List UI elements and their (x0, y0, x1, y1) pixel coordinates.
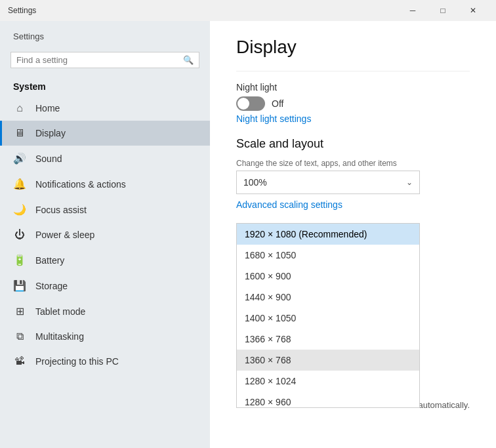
sidebar: Settings 🔍 System ⌂ Home 🖥 Display 🔊 Sou… (0, 21, 210, 448)
sidebar-item-display[interactable]: 🖥 Display (0, 121, 210, 146)
scale-dropdown-wrapper: 100% ⌄ (236, 171, 470, 194)
scale-layout-heading: Scale and layout (236, 137, 470, 151)
sidebar-item-label-notifications: Notifications & actions (35, 179, 126, 190)
content-area: Display Night light Off Night light sett… (210, 21, 496, 448)
scale-selected-value: 100% (243, 177, 267, 188)
sidebar-items-container: ⌂ Home 🖥 Display 🔊 Sound 🔔 Notifications… (0, 96, 210, 374)
sidebar-item-focus[interactable]: 🌙 Focus assist (0, 197, 210, 222)
search-icon: 🔍 (183, 55, 194, 65)
resolution-option-4[interactable]: 1400 × 1050 (237, 308, 419, 329)
battery-icon: 🔋 (13, 254, 26, 266)
resolution-option-8[interactable]: 1280 × 960 (237, 392, 419, 407)
sound-icon: 🔊 (13, 152, 26, 165)
sidebar-item-label-multitasking: Multitasking (35, 331, 84, 342)
sidebar-item-multitasking[interactable]: ⧉ Multitasking (0, 324, 210, 349)
resolution-option-7[interactable]: 1280 × 1024 (237, 371, 419, 392)
night-light-toggle[interactable] (236, 96, 265, 111)
resolution-option-2[interactable]: 1600 × 900 (237, 266, 419, 287)
resolution-options-container: 1920 × 1080 (Recommended)1680 × 10501600… (237, 224, 419, 407)
sidebar-item-battery[interactable]: 🔋 Battery (0, 247, 210, 273)
minimize-button[interactable]: ─ (398, 0, 428, 21)
notifications-icon: 🔔 (13, 178, 26, 190)
advanced-scaling-link[interactable]: Advanced scaling settings (236, 199, 342, 210)
resolution-option-0[interactable]: 1920 × 1080 (Recommended) (237, 224, 419, 245)
titlebar-title: Settings (8, 6, 36, 15)
toggle-state-label: Off (272, 98, 283, 109)
resolution-list-scroll[interactable]: 1920 × 1080 (Recommended)1680 × 10501600… (237, 224, 419, 407)
scale-dropdown[interactable]: 100% ⌄ (236, 171, 420, 194)
sidebar-item-home[interactable]: ⌂ Home (0, 96, 210, 121)
app-body: Settings 🔍 System ⌂ Home 🖥 Display 🔊 Sou… (0, 21, 496, 448)
sidebar-item-sound[interactable]: 🔊 Sound (0, 146, 210, 171)
search-input[interactable] (16, 55, 183, 65)
resolution-option-1[interactable]: 1680 × 1050 (237, 245, 419, 266)
sidebar-item-label-tablet: Tablet mode (35, 306, 85, 317)
sidebar-item-label-storage: Storage (35, 281, 68, 291)
search-box[interactable]: 🔍 (10, 52, 199, 68)
projecting-icon: 📽 (13, 356, 26, 367)
sidebar-item-label-home: Home (35, 103, 60, 113)
tablet-icon: ⊞ (13, 305, 26, 317)
sidebar-item-label-projecting: Projecting to this PC (35, 356, 119, 367)
toggle-knob (238, 98, 249, 110)
chevron-down-icon: ⌄ (406, 178, 413, 187)
multitasking-icon: ⧉ (13, 331, 26, 342)
night-light-label: Night light (236, 82, 470, 92)
sidebar-item-label-display: Display (35, 128, 66, 138)
power-icon: ⏻ (13, 229, 26, 241)
sidebar-item-storage[interactable]: 💾 Storage (0, 273, 210, 298)
resolution-option-3[interactable]: 1440 × 900 (237, 287, 419, 308)
sidebar-item-projecting[interactable]: 📽 Projecting to this PC (0, 349, 210, 374)
sidebar-item-label-power: Power & sleep (35, 230, 94, 240)
page-title: Display (236, 37, 470, 58)
maximize-button[interactable]: □ (428, 0, 458, 21)
resolution-dropdown-list: 1920 × 1080 (Recommended)1680 × 10501600… (236, 223, 420, 408)
display-icon: 🖥 (13, 127, 26, 139)
scale-description: Change the size of text, apps, and other… (236, 159, 470, 168)
focus-icon: 🌙 (13, 203, 26, 216)
divider-1 (236, 71, 470, 71)
sidebar-item-power[interactable]: ⏻ Power & sleep (0, 222, 210, 247)
resolution-option-5[interactable]: 1366 × 768 (237, 329, 419, 350)
titlebar: Settings ─ □ ✕ (0, 0, 496, 21)
resolution-option-6[interactable]: 1360 × 768 (237, 350, 419, 371)
night-light-settings-link[interactable]: Night light settings (236, 113, 311, 124)
sidebar-section-label: System (0, 76, 210, 96)
close-button[interactable]: ✕ (458, 0, 488, 21)
home-icon: ⌂ (13, 102, 26, 114)
sidebar-item-label-sound: Sound (35, 153, 62, 164)
settings-app-label: Settings (0, 21, 210, 47)
sidebar-item-tablet[interactable]: ⊞ Tablet mode (0, 298, 210, 324)
night-light-toggle-row: Off (236, 96, 470, 111)
sidebar-item-label-focus: Focus assist (35, 205, 87, 215)
titlebar-controls: ─ □ ✕ (398, 0, 488, 21)
sidebar-item-label-battery: Battery (35, 255, 64, 266)
storage-icon: 💾 (13, 279, 26, 292)
sidebar-item-notifications[interactable]: 🔔 Notifications & actions (0, 171, 210, 197)
